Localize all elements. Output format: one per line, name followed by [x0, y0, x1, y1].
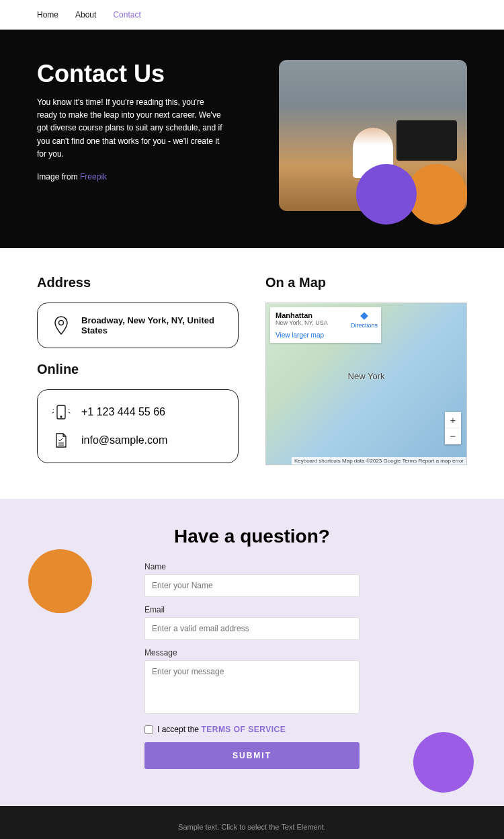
name-input[interactable] — [144, 574, 360, 597]
decor-circle-purple — [356, 164, 417, 225]
online-card: +1 123 444 55 66 info@sample.com — [37, 389, 239, 463]
nav-contact[interactable]: Contact — [113, 10, 140, 19]
hero-section: Contact Us You know it's time! If you're… — [0, 30, 504, 248]
map-heading: On a Map — [265, 275, 467, 290]
nav-home[interactable]: Home — [37, 10, 58, 19]
freepik-link[interactable]: Freepik — [80, 172, 107, 182]
email-label: Email — [144, 605, 360, 614]
page-title: Contact Us — [37, 60, 239, 88]
top-nav: Home About Contact — [0, 0, 504, 30]
directions-link[interactable]: Directions — [351, 311, 378, 329]
email-input[interactable] — [144, 617, 360, 640]
zoom-out-button[interactable]: − — [445, 428, 461, 444]
address-heading: Address — [37, 275, 239, 290]
location-icon — [51, 315, 71, 335]
form-heading: Have a question? — [37, 526, 467, 547]
map-embed[interactable]: Manhattan New York, NY, USA Directions V… — [265, 303, 467, 465]
message-input[interactable] — [144, 660, 360, 714]
map-info-card: Manhattan New York, NY, USA Directions V… — [270, 307, 381, 343]
online-heading: Online — [37, 362, 239, 377]
map-city-label: New York — [348, 371, 385, 381]
image-credit: Image from Freepik — [37, 171, 225, 184]
address-text: Broadway, New York, NY, United States — [81, 315, 224, 335]
info-section: Address Broadway, New York, NY, United S… — [0, 248, 504, 499]
footer: Sample text. Click to select the Text El… — [0, 806, 504, 839]
tos-checkbox[interactable] — [144, 725, 153, 734]
footer-text[interactable]: Sample text. Click to select the Text El… — [178, 823, 326, 831]
submit-button[interactable]: SUBMIT — [144, 742, 360, 769]
nav-about[interactable]: About — [75, 10, 96, 19]
phone-icon — [51, 402, 71, 422]
map-zoom: + − — [445, 412, 461, 444]
svg-point-0 — [59, 321, 64, 325]
document-icon — [51, 430, 71, 450]
map-attribution: Keyboard shortcuts Map data ©2023 Google… — [292, 457, 466, 465]
email-text: info@sample.com — [81, 434, 167, 446]
tos-link[interactable]: TERMS OF SERVICE — [201, 725, 286, 734]
zoom-in-button[interactable]: + — [445, 412, 461, 428]
view-larger-map-link[interactable]: View larger map — [276, 331, 376, 339]
phone-text: +1 123 444 55 66 — [81, 406, 165, 418]
form-section: Have a question? Name Email Message I ac… — [0, 499, 504, 806]
decor-circle-orange-2 — [28, 549, 92, 613]
hero-body: You know it's time! If you're reading th… — [37, 96, 225, 161]
name-label: Name — [144, 562, 360, 571]
svg-rect-1 — [57, 405, 65, 419]
message-label: Message — [144, 648, 360, 657]
svg-point-2 — [60, 416, 62, 417]
decor-circle-purple-2 — [413, 732, 474, 793]
address-card: Broadway, New York, NY, United States — [37, 303, 239, 348]
